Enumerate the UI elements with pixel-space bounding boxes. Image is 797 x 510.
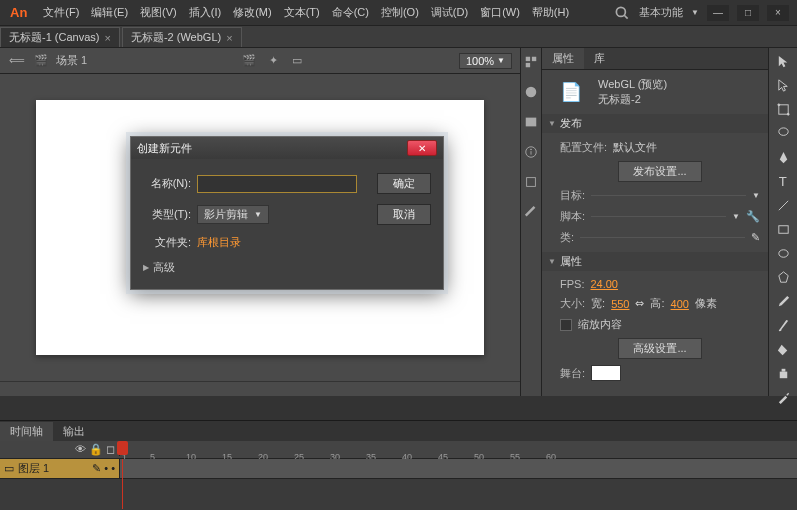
profile-label: 配置文件: (560, 140, 607, 155)
folder-link[interactable]: 库根目录 (197, 235, 241, 250)
width-value[interactable]: 550 (611, 298, 629, 310)
target-label: 目标: (560, 188, 585, 203)
lock-icon[interactable]: 🔒 (89, 443, 103, 456)
close-icon[interactable]: × (226, 32, 232, 44)
cancel-button[interactable]: 取消 (377, 204, 431, 225)
menu-window[interactable]: 窗口(W) (474, 5, 526, 20)
brush-icon[interactable] (523, 204, 539, 220)
menu-commands[interactable]: 命令(C) (326, 5, 375, 20)
text-tool-icon[interactable]: T (773, 174, 793, 189)
layer-row[interactable]: ▭ 图层 1 ✎ • • (0, 459, 120, 478)
back-icon[interactable]: ⟸ (8, 52, 26, 70)
eye-icon[interactable]: 👁 (75, 443, 86, 456)
clapboard-icon[interactable]: 🎬 (240, 52, 258, 70)
menu-file[interactable]: 文件(F) (37, 5, 85, 20)
dialog-close-button[interactable]: ✕ (407, 140, 437, 156)
tab-properties[interactable]: 属性 (542, 48, 584, 69)
search-icon[interactable] (613, 4, 631, 22)
px-label: 像素 (695, 296, 717, 311)
document-tab-2[interactable]: 无标题-2 (WebGL) × (122, 27, 242, 47)
section-publish[interactable]: 发布 (542, 114, 768, 133)
ink-bottle-icon[interactable] (773, 366, 793, 381)
scale-content-label: 缩放内容 (578, 317, 622, 332)
document-tab-1[interactable]: 无标题-1 (Canvas) × (0, 27, 120, 47)
pencil-icon[interactable]: ✎ (751, 231, 760, 244)
svg-rect-6 (526, 118, 537, 127)
menu-edit[interactable]: 编辑(E) (85, 5, 134, 20)
window-minimize[interactable]: — (707, 5, 729, 21)
menu-view[interactable]: 视图(V) (134, 5, 183, 20)
height-value[interactable]: 400 (671, 298, 689, 310)
height-label: 高: (650, 296, 664, 311)
pen-tool-icon[interactable] (773, 150, 793, 165)
symbol-name-input[interactable] (197, 175, 357, 193)
line-tool-icon[interactable] (773, 198, 793, 213)
brush-tool-icon[interactable] (773, 318, 793, 333)
layer-icon: ▭ (4, 462, 14, 475)
pencil-tool-icon[interactable] (773, 294, 793, 309)
paint-bucket-icon[interactable] (773, 342, 793, 357)
align-icon[interactable] (523, 54, 539, 70)
script-label: 脚本: (560, 209, 585, 224)
menu-bar: An 文件(F) 编辑(E) 视图(V) 插入(I) 修改(M) 文本(T) 命… (0, 0, 797, 26)
fit-icon[interactable]: ▭ (288, 52, 306, 70)
layer-name[interactable]: 图层 1 (18, 461, 49, 476)
menu-control[interactable]: 控制(O) (375, 5, 425, 20)
svg-rect-17 (778, 226, 787, 234)
window-maximize[interactable]: □ (737, 5, 759, 21)
svg-point-14 (778, 128, 787, 136)
menu-help[interactable]: 帮助(H) (526, 5, 575, 20)
outline-icon[interactable]: ◻ (106, 443, 115, 456)
svg-rect-21 (781, 369, 785, 372)
section-properties[interactable]: 属性 (542, 252, 768, 271)
profile-value: 默认文件 (613, 140, 657, 155)
size-label: 大小: (560, 296, 585, 311)
close-icon[interactable]: × (104, 32, 110, 44)
eyedropper-icon[interactable] (773, 390, 793, 405)
link-icon[interactable]: ⇔ (635, 297, 644, 310)
timeline-panel: 时间轴 输出 👁 🔒 ◻ 1 5 10 15 20 25 30 35 40 45… (0, 420, 797, 510)
advanced-toggle[interactable]: 高级 (143, 260, 431, 275)
zoom-dropdown[interactable]: 100%▼ (459, 53, 512, 69)
menu-debug[interactable]: 调试(D) (425, 5, 474, 20)
frames-area[interactable] (120, 459, 797, 478)
menu-text[interactable]: 文本(T) (278, 5, 326, 20)
free-transform-icon[interactable] (773, 102, 793, 117)
svg-rect-2 (526, 57, 530, 61)
scale-content-checkbox[interactable] (560, 319, 572, 331)
scene-label[interactable]: 场景 1 (56, 53, 87, 68)
scene-icon: 🎬 (32, 52, 50, 70)
publish-settings-button[interactable]: 发布设置... (618, 161, 701, 182)
dropdown-icon[interactable]: ▼ (752, 191, 760, 200)
ok-button[interactable]: 确定 (377, 173, 431, 194)
document-tabs: 无标题-1 (Canvas) × 无标题-2 (WebGL) × (0, 26, 797, 48)
tab-timeline[interactable]: 时间轴 (0, 422, 53, 441)
selection-tool-icon[interactable] (773, 54, 793, 69)
window-close[interactable]: × (767, 5, 789, 21)
playhead[interactable] (122, 459, 123, 509)
symbol-type-dropdown[interactable]: 影片剪辑▼ (197, 205, 269, 224)
dialog-titlebar[interactable]: 创建新元件 ✕ (131, 137, 443, 159)
workspace-switcher[interactable]: 基本功能 (639, 5, 683, 20)
oval-tool-icon[interactable] (773, 246, 793, 261)
wrench-icon[interactable]: 🔧 (746, 210, 760, 223)
rectangle-tool-icon[interactable] (773, 222, 793, 237)
lasso-tool-icon[interactable] (773, 126, 793, 141)
advanced-settings-button[interactable]: 高级设置... (618, 338, 701, 359)
symbol-icon[interactable]: ✦ (264, 52, 282, 70)
color-icon[interactable] (523, 84, 539, 100)
horizontal-scrollbar[interactable] (0, 381, 520, 396)
fps-value[interactable]: 24.00 (590, 278, 618, 290)
menu-modify[interactable]: 修改(M) (227, 5, 278, 20)
app-logo: An (10, 5, 27, 20)
subselection-tool-icon[interactable] (773, 78, 793, 93)
tab-library[interactable]: 库 (584, 48, 615, 69)
info-icon[interactable] (523, 144, 539, 160)
dropdown-icon[interactable]: ▼ (732, 212, 740, 221)
polystar-tool-icon[interactable] (773, 270, 793, 285)
tab-output[interactable]: 输出 (53, 422, 95, 441)
swatches-icon[interactable] (523, 114, 539, 130)
transform-icon[interactable] (523, 174, 539, 190)
stage-color-swatch[interactable] (591, 365, 621, 381)
menu-insert[interactable]: 插入(I) (183, 5, 227, 20)
